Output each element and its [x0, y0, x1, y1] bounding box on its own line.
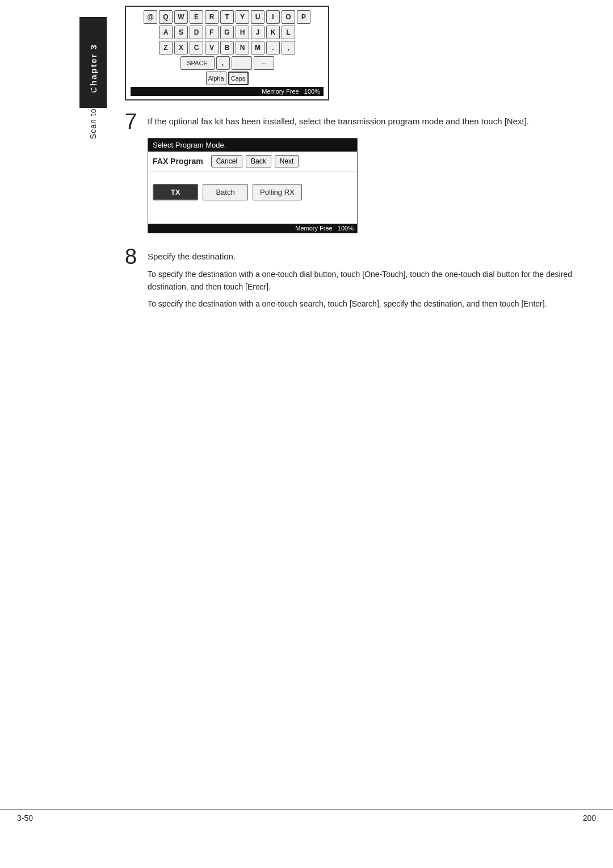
step7-text: If the optional fax kit has been install… [148, 111, 529, 128]
key-o[interactable]: O [282, 10, 295, 24]
step7-row: 7 If the optional fax kit has been insta… [125, 111, 596, 132]
key-z[interactable]: Z [159, 41, 173, 54]
alpha-button[interactable]: Alpha [206, 72, 226, 85]
free-label: Free [286, 88, 299, 95]
key-l[interactable]: L [282, 26, 295, 39]
key-r[interactable]: R [205, 10, 219, 24]
key-v[interactable]: V [205, 41, 219, 54]
keyboard-row-0: @ Q W E R T Y U I O P [131, 10, 324, 24]
footer: 3-50 200 [0, 810, 613, 823]
scan-to-email-label: Scan to E-Mail [89, 79, 106, 139]
step8-number: 8 [125, 246, 142, 267]
key-m[interactable]: M [251, 41, 264, 54]
key-y[interactable]: Y [236, 10, 249, 24]
key-dash[interactable]: – [254, 56, 274, 70]
key-b[interactable]: B [220, 41, 234, 54]
fax-polling-rx-button[interactable]: Polling RX [253, 184, 302, 200]
fax-panel: Select Program Mode. FAX Program Cancel … [148, 138, 358, 233]
key-c[interactable]: C [190, 41, 203, 54]
fax-back-button[interactable]: Back [246, 155, 271, 167]
key-g[interactable]: G [220, 26, 234, 39]
fax-panel-header: Select Program Mode. [148, 139, 357, 152]
key-s[interactable]: S [174, 26, 188, 39]
fax-panel-title-row: FAX Program Cancel Back Next [148, 152, 357, 171]
fax-cancel-button[interactable]: Cancel [211, 155, 242, 167]
page-number-left: 3-50 [17, 814, 33, 823]
step8-sub1: To specify the destination with a one-to… [148, 268, 596, 293]
key-q[interactable]: Q [159, 10, 173, 24]
step8-sub2: To specify the destination with a one-to… [148, 297, 596, 310]
fax-tx-button[interactable]: TX [153, 184, 198, 200]
key-a[interactable]: A [159, 26, 173, 39]
fax-free-label: Free [320, 225, 333, 232]
fax-batch-button[interactable]: Batch [203, 184, 248, 200]
page-number-right: 200 [583, 814, 596, 823]
key-e[interactable]: E [190, 10, 203, 24]
fax-program-label: FAX Program [153, 157, 203, 166]
key-j[interactable]: J [251, 26, 264, 39]
key-d[interactable]: D [190, 26, 203, 39]
key-i[interactable]: I [266, 10, 280, 24]
key-p[interactable]: P [297, 10, 310, 24]
key-period[interactable]: . [266, 41, 280, 54]
key-t[interactable]: T [220, 10, 234, 24]
key-k[interactable]: K [266, 26, 280, 39]
fax-panel-memory-bar: Memory Free 100% [148, 224, 357, 233]
key-space[interactable]: SPACE [180, 56, 215, 70]
caps-button[interactable]: Caps [228, 72, 249, 85]
key-at[interactable]: @ [144, 10, 157, 24]
keyboard-alpha-row: Alpha Caps [131, 72, 324, 85]
key-h[interactable]: H [236, 26, 249, 39]
keyboard-row-2: Z X C V B N M . , [131, 41, 324, 54]
fax-next-button[interactable]: Next [275, 155, 299, 167]
key-w[interactable]: W [174, 10, 188, 24]
key-comma2[interactable]: , [216, 56, 230, 70]
key-blank[interactable] [232, 56, 252, 70]
step7-number: 7 [125, 111, 142, 132]
key-n[interactable]: N [236, 41, 249, 54]
fax-mode-row: TX Batch Polling RX [153, 184, 352, 200]
keyboard-memory-bar: Memory Free 100% [131, 87, 324, 96]
key-comma[interactable]: , [282, 41, 295, 54]
step8-content: Specify the destination. To specify the … [148, 246, 596, 311]
fax-memory-label: Memory [295, 225, 318, 232]
keyboard-panel: @ Q W E R T Y U I O P A S D F G H J K L … [125, 6, 329, 100]
step8-row: 8 Specify the destination. To specify th… [125, 246, 596, 311]
main-content: @ Q W E R T Y U I O P A S D F G H J K L … [125, 0, 596, 311]
key-u[interactable]: U [251, 10, 264, 24]
key-x[interactable]: X [174, 41, 188, 54]
fax-memory-pct: 100% [338, 225, 354, 232]
fax-panel-body: TX Batch Polling RX [148, 171, 357, 223]
key-f[interactable]: F [205, 26, 219, 39]
memory-label: Memory [262, 88, 284, 95]
keyboard-row-space: SPACE , – [131, 56, 324, 70]
step8-heading: Specify the destination. [148, 250, 596, 263]
keyboard-row-1: A S D F G H J K L [131, 26, 324, 39]
memory-pct: 100% [304, 88, 320, 95]
